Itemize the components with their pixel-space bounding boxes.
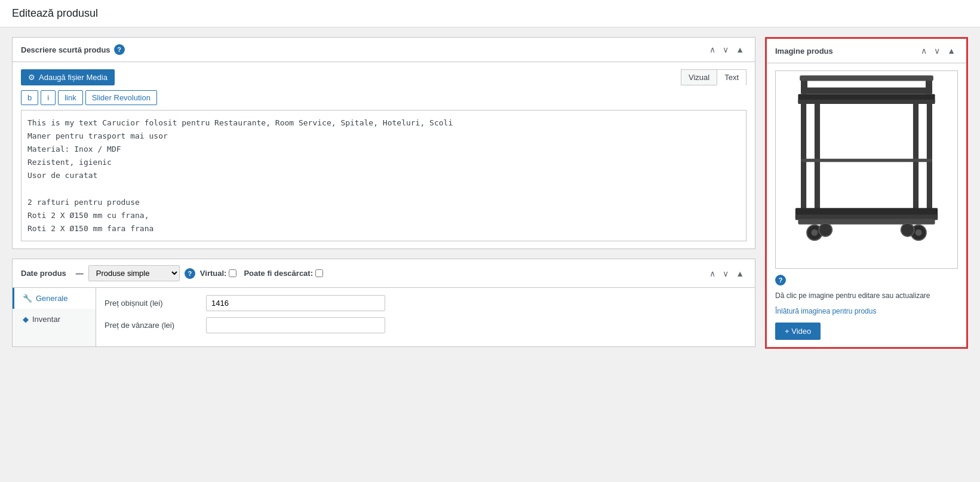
add-media-button[interactable]: ⚙ Adaugă fișier Media (21, 69, 115, 85)
diamond-icon: ◆ (23, 315, 29, 324)
price-input[interactable] (206, 295, 385, 311)
downloadable-checkbox-label[interactable]: Poate fi descărcat: (244, 269, 323, 278)
imagine-panel-body: ? Dă clic pe imagine pentru editare sau … (767, 63, 966, 347)
product-collapse-down[interactable]: ∨ (720, 268, 731, 280)
svg-point-19 (901, 223, 914, 237)
svg-point-15 (811, 229, 818, 236)
downloadable-checkbox[interactable] (315, 269, 323, 277)
image-help-row: ? (775, 275, 958, 285)
svg-rect-10 (801, 159, 932, 162)
product-data-layout: 🔧 Generale ◆ Inventar Preț obișnuit (lei… (13, 288, 755, 346)
product-image-container[interactable] (775, 70, 958, 269)
visual-tab[interactable]: Vizual (681, 69, 717, 85)
slider-button[interactable]: Slider Revolution (85, 90, 157, 105)
format-buttons: b i link Slider Revolution (21, 90, 746, 105)
imagine-collapse-down[interactable]: ∨ (932, 45, 942, 57)
virtual-section: Virtual: Poate fi descărcat: (200, 269, 323, 278)
media-icon: ⚙ (28, 73, 35, 82)
product-data-panel-actions: ∧ ∨ ▲ (707, 268, 746, 280)
svg-rect-13 (798, 219, 935, 225)
description-panel-title: Descriere scurtă produs ? (21, 44, 125, 55)
italic-button[interactable]: i (41, 90, 56, 105)
text-tab[interactable]: Text (717, 69, 746, 85)
page-header: Editează produsul (0, 0, 980, 27)
svg-rect-3 (800, 75, 933, 81)
editor-toolbar: ⚙ Adaugă fișier Media Vizual Text (21, 69, 746, 85)
right-column: Imagine produs ∧ ∨ ▲ (765, 37, 968, 349)
imagine-collapse-toggle[interactable]: ▲ (945, 45, 958, 57)
description-panel-header: Descriere scurtă produs ? ∧ ∨ ▲ (13, 38, 755, 62)
image-edit-text: Dă clic pe imagine pentru editare sau ac… (775, 290, 958, 301)
product-data-sidebar: 🔧 Generale ◆ Inventar (13, 288, 96, 346)
imagine-panel: Imagine produs ∧ ∨ ▲ (765, 37, 968, 349)
description-textarea[interactable] (21, 110, 746, 241)
product-data-title: Date produs — Produse simpleProduse grup… (21, 265, 323, 281)
description-panel-actions: ∧ ∨ ▲ (707, 44, 746, 56)
sidebar-item-generale[interactable]: 🔧 Generale (13, 288, 96, 309)
left-column: Descriere scurtă produs ? ∧ ∨ ▲ ⚙ Adaugă… (12, 37, 755, 349)
wrench-icon: 🔧 (23, 294, 32, 303)
description-panel-body: ⚙ Adaugă fișier Media Vizual Text b i li… (13, 62, 755, 248)
collapse-up-button[interactable]: ∧ (707, 44, 718, 56)
bold-button[interactable]: b (21, 90, 38, 105)
product-data-panel: Date produs — Produse simpleProduse grup… (12, 259, 755, 347)
imagine-panel-actions: ∧ ∨ ▲ (918, 45, 958, 57)
sale-price-input[interactable] (206, 317, 385, 333)
product-collapse-up[interactable]: ∧ (707, 268, 718, 280)
sale-price-field-row: Preț de vânzare (lei) (105, 317, 746, 333)
add-video-button[interactable]: + Video (775, 323, 821, 340)
collapse-toggle-button[interactable]: ▲ (733, 44, 746, 56)
sale-price-label: Preț de vânzare (lei) (105, 321, 200, 330)
product-data-help-icon[interactable]: ? (185, 268, 195, 279)
price-field-row: Preț obișnuit (lei) (105, 295, 746, 311)
imagine-panel-title: Imagine produs (775, 47, 833, 56)
price-label: Preț obișnuit (lei) (105, 299, 200, 308)
product-data-header: Date produs — Produse simpleProduse grup… (13, 259, 755, 288)
description-help-icon[interactable]: ? (114, 44, 125, 55)
view-tabs: Vizual Text (681, 69, 746, 85)
link-button[interactable]: link (58, 90, 83, 105)
product-image-svg (783, 71, 950, 268)
svg-point-18 (819, 223, 832, 237)
svg-rect-0 (801, 88, 932, 94)
description-panel: Descriere scurtă produs ? ∧ ∨ ▲ ⚙ Adaugă… (12, 37, 755, 249)
imagine-panel-header: Imagine produs ∧ ∨ ▲ (767, 39, 966, 63)
main-layout: Descriere scurtă produs ? ∧ ∨ ▲ ⚙ Adaugă… (0, 27, 980, 358)
svg-point-17 (916, 229, 922, 236)
image-help-icon[interactable]: ? (775, 275, 786, 285)
imagine-collapse-up[interactable]: ∧ (918, 45, 929, 57)
virtual-checkbox[interactable] (229, 269, 236, 277)
editor-wrapper (21, 110, 746, 241)
product-collapse-toggle[interactable]: ▲ (733, 268, 746, 280)
virtual-checkbox-label[interactable]: Virtual: (200, 269, 237, 278)
sidebar-item-inventar[interactable]: ◆ Inventar (13, 309, 96, 330)
page-title: Editează produsul (12, 7, 968, 20)
product-type-select[interactable]: Produse simpleProduse grupateProdus exte… (88, 265, 180, 281)
remove-image-link[interactable]: Înlătură imaginea pentru produs (775, 307, 958, 315)
product-data-content: Preț obișnuit (lei) Preț de vânzare (lei… (96, 288, 755, 346)
collapse-down-button[interactable]: ∨ (720, 44, 731, 56)
